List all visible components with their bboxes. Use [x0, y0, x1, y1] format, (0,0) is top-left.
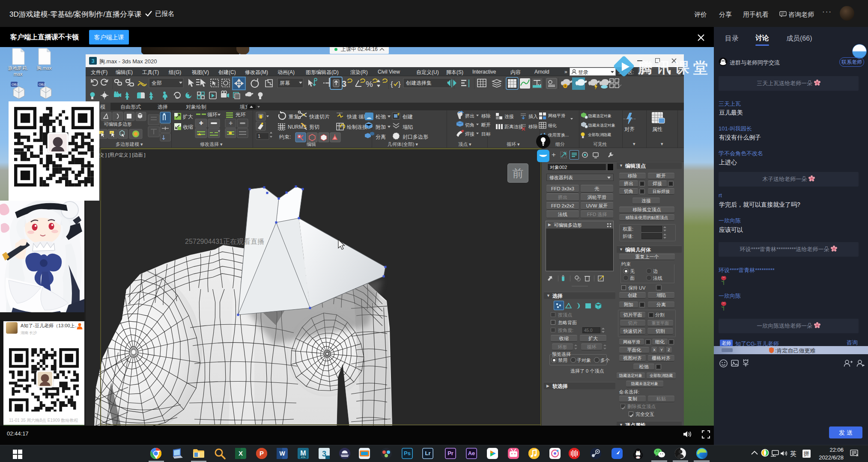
svg-text:隐藏未选定对象: 隐藏未选定对象 — [588, 123, 615, 127]
svg-text:ATA: ATA — [301, 456, 306, 459]
svg-text:创建选择集: 创建选择集 — [406, 80, 432, 86]
svg-text:光环: 光环 — [236, 112, 246, 118]
svg-text:插入: 插入 — [528, 114, 538, 119]
svg-text:属性: 属性 — [652, 126, 662, 132]
svg-text:Ps: Ps — [404, 450, 411, 456]
svg-text:创建: 创建 — [402, 114, 413, 120]
svg-text:连接: 连接 — [504, 114, 514, 119]
svg-text:塌陷: 塌陷 — [402, 124, 413, 130]
svg-text:3: 3 — [342, 79, 346, 89]
svg-text:Lr: Lr — [425, 450, 431, 456]
svg-text:剪切: 剪切 — [309, 124, 319, 130]
svg-text:使用置换...: 使用置换... — [548, 133, 569, 137]
svg-text:对齐: 对齐 — [624, 126, 635, 132]
svg-text:X: X — [239, 450, 243, 457]
svg-text:约束:: 约束: — [279, 134, 291, 140]
svg-text:1: 1 — [258, 133, 260, 139]
svg-text:✚: ✚ — [199, 120, 203, 126]
svg-text:{: { — [391, 80, 393, 88]
svg-text:Ae: Ae — [468, 450, 475, 456]
svg-text:循环: 循环 — [207, 112, 218, 118]
svg-text:移除: 移除 — [481, 113, 491, 118]
svg-text:封口多边形: 封口多边形 — [403, 134, 428, 140]
svg-text:细化: 细化 — [548, 123, 557, 128]
svg-text:隐藏选定对象: 隐藏选定对象 — [588, 114, 611, 118]
svg-text:全部: 全部 — [152, 80, 162, 86]
svg-text:快速切片: 快速切片 — [309, 114, 330, 120]
svg-text:距离连接: 距离连接 — [504, 124, 523, 129]
svg-text:%: % — [366, 80, 373, 89]
svg-text:扩大: 扩大 — [182, 114, 193, 120]
svg-text:W: W — [279, 450, 285, 457]
svg-text:断开: 断开 — [481, 122, 491, 127]
svg-text:挤出: 挤出 — [465, 113, 474, 118]
svg-text:附加: 附加 — [376, 124, 386, 130]
svg-text:网格平滑: 网格平滑 — [548, 113, 565, 118]
svg-text:可编辑多边形: 可编辑多边形 — [104, 121, 132, 127]
svg-text:✚: ✚ — [229, 121, 233, 126]
svg-text:全部取消隐藏: 全部取消隐藏 — [588, 133, 611, 137]
svg-text:焊接: 焊接 — [465, 131, 474, 136]
svg-text:OBJ: OBJ — [12, 83, 18, 86]
svg-text:松弛: 松弛 — [376, 114, 386, 120]
svg-text:切角: 切角 — [465, 122, 474, 127]
svg-text:重复: 重复 — [289, 114, 299, 120]
svg-text:收缩: 收缩 — [183, 124, 193, 130]
svg-text:}: } — [398, 80, 401, 88]
svg-text:OBJ: OBJ — [39, 83, 45, 86]
svg-text:移除: 移除 — [528, 124, 538, 129]
svg-text:3: 3 — [91, 58, 94, 64]
svg-text:目标: 目标 — [481, 131, 491, 136]
svg-text:分离: 分离 — [376, 134, 386, 140]
svg-text:P: P — [260, 450, 264, 457]
svg-text:Pr: Pr — [447, 450, 453, 456]
svg-text:绘制连接: 绘制连接 — [347, 124, 367, 130]
svg-text:屏幕: 屏幕 — [280, 80, 290, 86]
